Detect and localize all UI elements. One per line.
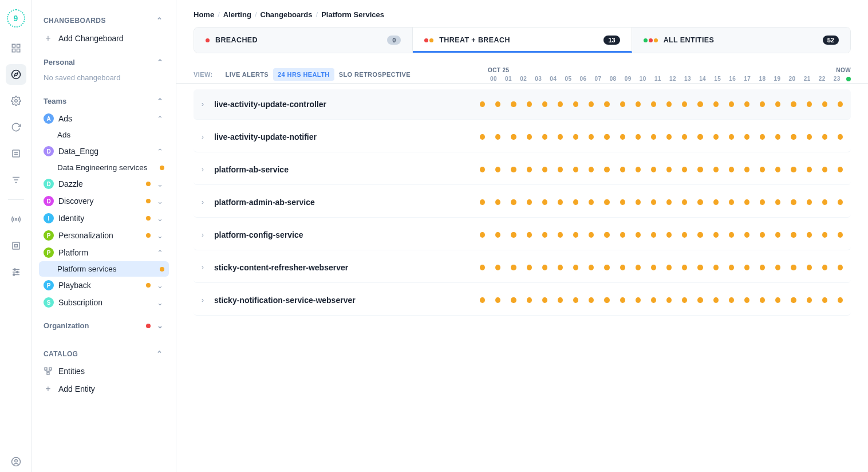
sidebar-team-personalization[interactable]: P Personalization ⌄ bbox=[39, 227, 169, 244]
health-dot bbox=[636, 134, 641, 140]
nav-dashboard-icon[interactable] bbox=[6, 38, 26, 58]
health-dot bbox=[604, 167, 609, 172]
chevron-right-icon[interactable]: › bbox=[202, 166, 208, 174]
chevron-right-icon[interactable]: › bbox=[202, 133, 208, 141]
view-option[interactable]: 24 HRS HEALTH bbox=[273, 68, 334, 81]
team-label: Data_Engg bbox=[58, 147, 151, 156]
health-dot bbox=[527, 199, 532, 205]
svg-rect-3 bbox=[17, 49, 19, 52]
timeline-date: OCT 25 bbox=[488, 67, 509, 73]
service-name: sticky-notification-service-webserver bbox=[214, 296, 480, 305]
nav-box-icon[interactable] bbox=[6, 235, 26, 256]
svg-point-17 bbox=[14, 269, 15, 270]
catalog-section-header[interactable]: CATALOG ⌃ bbox=[39, 345, 169, 363]
service-row[interactable]: › sticky-notification-service-webserver bbox=[194, 285, 851, 316]
timeline-header: OCT 25 NOW 00010203040506070809101112131… bbox=[488, 67, 851, 82]
health-dot bbox=[807, 134, 812, 140]
teams-section-header[interactable]: Teams ⌃ bbox=[39, 92, 169, 110]
status-dot bbox=[160, 166, 164, 170]
chevron-right-icon[interactable]: › bbox=[202, 231, 208, 239]
health-dot bbox=[838, 101, 843, 107]
health-dot bbox=[511, 167, 516, 172]
sidebar-team-child[interactable]: Data Engineering services bbox=[39, 160, 169, 175]
sidebar-team-dazzle[interactable]: D Dazzle ⌄ bbox=[39, 175, 169, 192]
service-row[interactable]: › platform-ab-service bbox=[194, 155, 851, 185]
health-dot bbox=[558, 134, 563, 140]
nav-refresh-icon[interactable] bbox=[6, 117, 26, 137]
service-name: sticky-content-refresher-webserver bbox=[214, 263, 480, 272]
timeline-hour: 16 bbox=[727, 76, 738, 82]
tab-breached[interactable]: BREACHED0 bbox=[194, 27, 413, 53]
service-row[interactable]: › platform-admin-ab-service bbox=[194, 187, 851, 218]
team-child-label: Data Engineering services bbox=[57, 163, 155, 172]
sidebar-team-discovery[interactable]: D Discovery ⌄ bbox=[39, 192, 169, 210]
nav-gear-icon[interactable] bbox=[6, 91, 26, 111]
timeline-hour: 06 bbox=[577, 76, 589, 82]
health-dot bbox=[713, 297, 719, 303]
health-dot bbox=[838, 134, 843, 140]
view-label: VIEW: bbox=[194, 71, 213, 78]
tab-threat[interactable]: THREAT + BREACH13 bbox=[413, 27, 632, 53]
view-option[interactable]: SLO RETROSPECTIVE bbox=[334, 68, 415, 81]
nav-sliders-icon[interactable] bbox=[6, 262, 26, 282]
health-dot bbox=[620, 199, 625, 205]
service-row[interactable]: › live-activity-update-notifier bbox=[194, 122, 851, 152]
sidebar-team-identity[interactable]: I Identity ⌄ bbox=[39, 210, 169, 227]
sidebar-team-platform[interactable]: P Platform ⌃ bbox=[39, 244, 169, 261]
add-changeboard-button[interactable]: + Add Changeboard bbox=[39, 29, 169, 48]
health-dot bbox=[744, 297, 749, 303]
health-dot bbox=[682, 232, 687, 238]
chevron-down-icon: ⌄ bbox=[155, 197, 164, 206]
health-dot bbox=[697, 199, 703, 205]
sidebar-team-child[interactable]: Platform services bbox=[39, 261, 169, 277]
health-dot bbox=[542, 101, 547, 107]
chevron-right-icon[interactable]: › bbox=[202, 296, 208, 304]
service-row[interactable]: › live-activity-update-controller bbox=[194, 89, 851, 120]
health-dot bbox=[495, 167, 500, 172]
health-dot bbox=[620, 232, 625, 238]
catalog-entities[interactable]: Entities bbox=[39, 363, 169, 380]
nav-file-icon[interactable] bbox=[6, 143, 26, 164]
organization-section-header[interactable]: Organization ⌄ bbox=[39, 317, 169, 335]
health-dot bbox=[807, 265, 812, 270]
health-dot bbox=[775, 167, 780, 172]
team-child-label: Platform services bbox=[57, 265, 155, 273]
health-dot bbox=[636, 265, 641, 270]
catalog-add-entity[interactable]: + Add Entity bbox=[39, 380, 169, 398]
health-dot bbox=[527, 167, 532, 172]
breadcrumb-item[interactable]: Home bbox=[194, 10, 214, 19]
sidebar-team-data_engg[interactable]: D Data_Engg ⌃ bbox=[39, 143, 169, 160]
svg-point-4 bbox=[11, 70, 20, 79]
sidebar-team-playback[interactable]: P Playback ⌄ bbox=[39, 277, 169, 294]
breadcrumb-item[interactable]: Changeboards bbox=[261, 10, 313, 19]
timeline-hour: 15 bbox=[712, 76, 723, 82]
breadcrumb-item[interactable]: Alerting bbox=[223, 10, 251, 19]
service-row[interactable]: › sticky-content-refresher-webserver bbox=[194, 253, 851, 283]
chevron-right-icon[interactable]: › bbox=[202, 100, 208, 108]
health-dot bbox=[729, 167, 734, 172]
timeline-hour: 08 bbox=[607, 76, 619, 82]
health-dot bbox=[527, 134, 532, 140]
health-dot bbox=[697, 232, 703, 238]
logo: 9 bbox=[7, 9, 25, 27]
service-row[interactable]: › platform-config-service bbox=[194, 220, 851, 250]
personal-section-header[interactable]: Personal ⌃ bbox=[39, 53, 169, 71]
health-dot bbox=[604, 134, 609, 140]
nav-compass-icon[interactable] bbox=[6, 64, 26, 85]
nav-user-icon[interactable] bbox=[6, 451, 26, 472]
chevron-right-icon[interactable]: › bbox=[202, 198, 208, 206]
changeboards-section-header[interactable]: CHANGEBOARDS ⌃ bbox=[39, 11, 169, 29]
sidebar-team-child[interactable]: Ads bbox=[39, 127, 169, 143]
timeline-hour: 13 bbox=[682, 76, 693, 82]
nav-broadcast-icon[interactable] bbox=[6, 209, 26, 230]
sidebar-team-subscription[interactable]: S Subscription ⌄ bbox=[39, 294, 169, 311]
tab-all[interactable]: ALL ENTITIES52 bbox=[632, 27, 850, 53]
chevron-right-icon[interactable]: › bbox=[202, 263, 208, 272]
view-option[interactable]: LIVE ALERTS bbox=[221, 68, 274, 81]
health-dot bbox=[542, 265, 547, 270]
sidebar-team-ads[interactable]: A Ads ⌃ bbox=[39, 110, 169, 127]
health-dot bbox=[495, 134, 500, 140]
nav-filter-icon[interactable] bbox=[6, 170, 26, 190]
team-avatar: S bbox=[44, 297, 54, 308]
health-dot bbox=[807, 297, 812, 303]
